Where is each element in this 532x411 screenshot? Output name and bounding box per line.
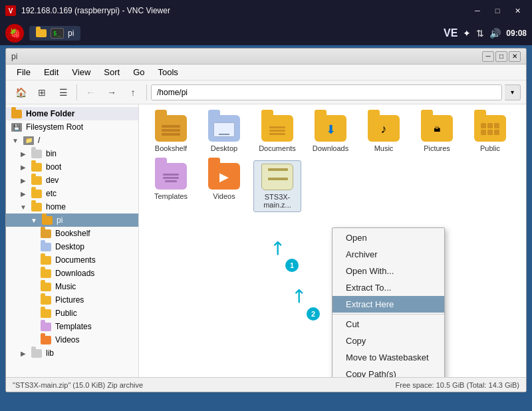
toolbar: 🏠 ⊞ ☰ ← → ↑ /home/pi ▾ [6, 80, 526, 104]
music-label: Music [374, 144, 394, 152]
file-desktop[interactable]: Desktop [200, 112, 248, 155]
status-space-info: Free space: 10.5 GiB (Total: 14.3 GiB) [396, 381, 519, 389]
sidebar-templates-label: Templates [55, 322, 92, 331]
raspberry-pi-logo[interactable]: 🍓 [5, 24, 24, 43]
context-menu: Open Archiver Open With... Extract To...… [332, 227, 445, 377]
sidebar-filesystem-label: Filesystem Root [26, 122, 83, 132]
taskbar-folder-item[interactable]: $_ pi [29, 26, 80, 41]
toolbar-list-view-btn[interactable]: ☰ [54, 83, 72, 102]
context-open[interactable]: Open [332, 229, 444, 246]
context-extract-here[interactable]: Extract Here [332, 296, 444, 313]
sidebar-dev[interactable]: ▶ dev [6, 174, 138, 187]
sidebar-pi[interactable]: ▼ pi [6, 213, 138, 227]
menu-view[interactable]: View [66, 66, 96, 78]
templates-folder-icon [155, 163, 187, 190]
templates-label: Templates [154, 192, 188, 200]
pictures-icon [41, 296, 51, 305]
sidebar-filesystem-root[interactable]: 💾 Filesystem Root [6, 120, 138, 134]
minimize-button[interactable]: ─ [468, 4, 487, 17]
context-move-wastebasket[interactable]: Move to Wastebasket [332, 349, 444, 366]
sidebar-boot[interactable]: ▶ boot [6, 160, 138, 174]
sidebar-downloads[interactable]: Downloads [6, 267, 138, 280]
file-pictures[interactable]: 🏔 Pictures [413, 112, 461, 155]
sidebar-videos-label: Videos [55, 335, 79, 344]
sidebar-videos[interactable]: Videos [6, 333, 138, 346]
path-bar: /home/pi [151, 84, 502, 100]
annotation-2: 2 [307, 307, 320, 321]
home-folder-icon [11, 110, 22, 118]
documents-icon [41, 256, 51, 265]
maximize-button[interactable]: □ [488, 4, 507, 17]
sidebar-bookshelf-label: Bookshelf [55, 229, 90, 238]
sidebar-lib-label: lib [46, 348, 54, 358]
sidebar-public[interactable]: Public [6, 307, 138, 320]
context-copy[interactable]: Copy [332, 333, 444, 349]
context-open-with[interactable]: Open With... [332, 263, 444, 279]
menu-tools[interactable]: Tools [153, 66, 184, 78]
folder-taskbar-icon [36, 29, 47, 37]
context-copy-paths[interactable]: Copy Path(s) [332, 366, 444, 377]
sidebar-root-label: / [38, 136, 40, 145]
sidebar-bin[interactable]: ▶ bin [6, 147, 138, 160]
sidebar-home[interactable]: ▼ home [6, 200, 138, 213]
fm-window-title: pi [11, 52, 17, 61]
lib-folder-icon [31, 349, 42, 358]
sidebar-boot-label: boot [46, 162, 61, 172]
toolbar-back-btn[interactable]: ← [81, 83, 100, 102]
file-templates[interactable]: Templates [147, 160, 195, 212]
fm-window-controls: ─ □ ✕ [482, 51, 521, 62]
sidebar-templates[interactable]: Templates [6, 320, 138, 333]
file-sts3x-zip[interactable]: STS3X-main.z... [253, 160, 301, 212]
sidebar-music[interactable]: Music [6, 280, 138, 293]
toolbar-sep-1 [76, 84, 77, 100]
sidebar-etc[interactable]: ▶ etc [6, 187, 138, 200]
file-bookshelf[interactable]: Bookshelf [147, 112, 195, 155]
file-downloads[interactable]: ⬇ Downloads [307, 112, 354, 155]
fm-maximize-btn[interactable]: □ [495, 51, 507, 62]
sidebar-item-root[interactable]: ▼ 📁 / [6, 134, 138, 147]
downloads-folder-icon: ⬇ [315, 115, 346, 142]
pictures-label: Pictures [424, 144, 450, 152]
file-videos[interactable]: ▶ Videos [200, 160, 248, 212]
menu-sort[interactable]: Sort [98, 66, 125, 78]
sidebar-desktop[interactable]: Desktop [6, 240, 138, 253]
expand-arrow-bin: ▶ [19, 150, 27, 158]
sidebar-lib[interactable]: ▶ lib [6, 346, 138, 360]
terminal-taskbar-icon: $_ [51, 28, 64, 39]
pictures-folder-icon: 🏔 [421, 115, 453, 142]
fm-close-btn[interactable]: ✕ [509, 51, 521, 62]
fm-minimize-btn[interactable]: ─ [482, 51, 494, 62]
taskbar: 🍓 $_ pi VE ✦ ⇅ 🔊 09:08 [0, 21, 532, 45]
status-bar: "STS3X-main.zip" (15.0 KiB) Zip archive … [6, 377, 526, 392]
sidebar-documents[interactable]: Documents [6, 253, 138, 267]
toolbar-forward-btn[interactable]: → [102, 83, 121, 102]
clock: 09:08 [506, 29, 527, 38]
expand-arrow-home: ▼ [19, 204, 27, 211]
path-dropdown[interactable]: ▾ [505, 84, 521, 100]
context-extract-to[interactable]: Extract To... [332, 279, 444, 296]
expand-arrow-root: ▼ [11, 137, 19, 144]
toolbar-up-btn[interactable]: ↑ [124, 83, 142, 102]
menu-edit[interactable]: Edit [39, 66, 64, 78]
file-public[interactable]: Public [466, 112, 514, 155]
filesystem-icon: 💾 [11, 123, 22, 132]
menu-go[interactable]: Go [128, 66, 150, 78]
desktop-icon [41, 243, 51, 251]
context-archiver[interactable]: Archiver [332, 246, 444, 263]
toolbar-icon-view-btn[interactable]: ⊞ [33, 83, 51, 102]
music-folder-icon: ♪ [368, 115, 400, 142]
menu-file[interactable]: File [11, 66, 36, 78]
sidebar-etc-label: etc [46, 189, 57, 198]
toolbar-home-btn[interactable]: 🏠 [11, 83, 30, 102]
sidebar-bookshelf[interactable]: Bookshelf [6, 227, 138, 240]
sidebar-pictures[interactable]: Pictures [6, 293, 138, 307]
close-button[interactable]: ✕ [508, 4, 527, 17]
file-music[interactable]: ♪ Music [360, 112, 408, 155]
pi-folder-icon [42, 216, 53, 225]
context-cut[interactable]: Cut [332, 316, 444, 333]
sidebar-home-folder[interactable]: Home Folder [6, 107, 138, 120]
file-documents[interactable]: Documents [253, 112, 301, 155]
expand-arrow-lib: ▶ [19, 350, 27, 357]
public-folder-icon [474, 115, 506, 142]
public-label: Public [480, 144, 500, 152]
